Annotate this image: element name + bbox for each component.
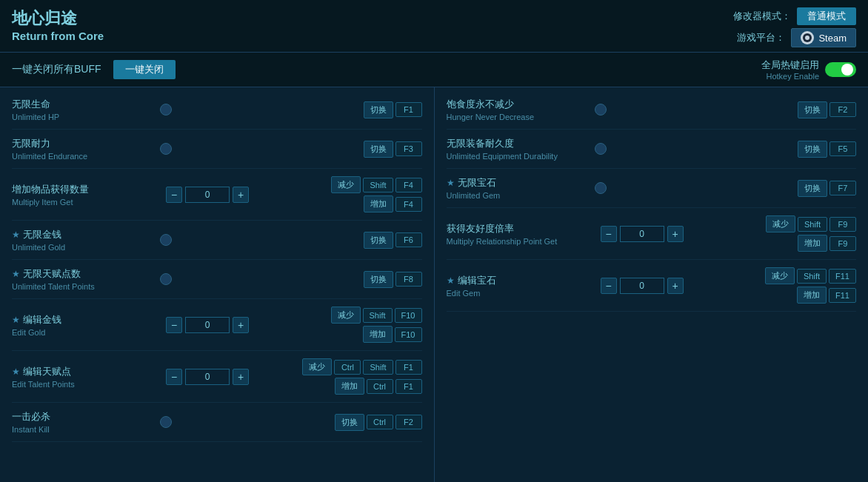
app-container: 地心归途 Return from Core 修改器模式： 普通模式 游戏平台： …	[0, 0, 868, 482]
key-btn[interactable]: F5	[829, 141, 856, 156]
game-title-cn: 地心归途	[12, 7, 104, 30]
stepper-minus[interactable]: −	[601, 278, 617, 294]
cn-title-text: 无限耐力	[12, 137, 50, 150]
action-btn[interactable]: 切换	[335, 414, 364, 431]
action-btn[interactable]: 增加	[363, 326, 393, 343]
key-btn[interactable]: Ctrl	[367, 379, 393, 394]
key-btn[interactable]: Shift	[797, 269, 827, 284]
key-btn[interactable]: F11	[829, 269, 856, 284]
stepper-plus[interactable]: +	[233, 317, 249, 333]
action-btn[interactable]: 减少	[766, 215, 795, 232]
hotkey-toggle[interactable]	[825, 62, 856, 77]
action-btn[interactable]: 切换	[364, 101, 393, 118]
key-btn[interactable]: F8	[395, 272, 422, 287]
stepper-minus[interactable]: −	[166, 187, 182, 203]
action-btn[interactable]: 增加	[797, 287, 827, 304]
action-btn[interactable]: 切换	[798, 101, 827, 118]
section-controls: 切换F6	[364, 232, 422, 249]
section-info: ★无限金钱Unlimited Gold	[12, 228, 160, 252]
action-btn[interactable]: 切换	[798, 180, 827, 197]
key-btn[interactable]: Shift	[363, 178, 393, 193]
section-unlimited-endurance: 无限耐力Unlimited Endurance切换F3	[12, 130, 422, 169]
one-click-close-button[interactable]: 一键关闭	[113, 60, 176, 79]
feature-toggle[interactable]	[595, 143, 607, 155]
feature-toggle[interactable]	[160, 416, 172, 428]
stepper-input[interactable]	[620, 226, 664, 242]
section-controls: 切换F5	[798, 141, 856, 158]
modifier-label: 修改器模式：	[733, 10, 791, 23]
header-right: 修改器模式： 普通模式 游戏平台： Steam	[733, 7, 856, 47]
key-btn[interactable]: F9	[829, 236, 856, 251]
multi-btn-group: 减少CtrlShiftF1增加CtrlF1	[302, 358, 421, 395]
key-btn[interactable]: F2	[829, 102, 856, 117]
key-btn[interactable]: F7	[829, 181, 856, 195]
action-btn[interactable]: 切换	[364, 271, 393, 288]
action-btn[interactable]: 切换	[364, 141, 393, 158]
cn-title-text: 饱食度永不减少	[447, 98, 514, 111]
steam-icon	[801, 31, 814, 44]
feature-toggle[interactable]	[595, 182, 607, 194]
action-btn[interactable]: 切换	[798, 141, 827, 158]
action-btn[interactable]: 增加	[798, 235, 827, 252]
section-controls: 切换F7	[798, 180, 856, 197]
key-btn[interactable]: Ctrl	[334, 360, 361, 375]
key-btn[interactable]: F3	[395, 141, 422, 156]
stepper: −+	[166, 187, 249, 203]
key-btn[interactable]: Shift	[798, 217, 827, 232]
key-btn[interactable]: F1	[395, 379, 422, 394]
action-btn[interactable]: 增加	[364, 195, 393, 212]
section-edit-gold: ★编辑金钱Edit Gold−+减少ShiftF10增加F10	[12, 299, 422, 351]
key-btn[interactable]: Ctrl	[367, 415, 393, 429]
feature-toggle[interactable]	[595, 104, 607, 116]
stepper-input[interactable]	[185, 369, 230, 385]
key-btn[interactable]: Shift	[363, 308, 393, 323]
key-btn[interactable]: F11	[829, 288, 856, 303]
stepper-plus[interactable]: +	[667, 278, 684, 294]
key-btn[interactable]: F1	[395, 360, 422, 375]
stepper-input[interactable]	[185, 187, 230, 203]
top-bar: 一键关闭所有BUFF 一键关闭 全局热键启用 Hotkey Enable	[0, 53, 868, 87]
key-btn[interactable]: Shift	[363, 360, 393, 375]
action-btn[interactable]: 减少	[302, 358, 332, 375]
section-unlimited-equipment-durability: 无限装备耐久度Unlimited Equipment Durability切换F…	[447, 130, 857, 169]
feature-toggle[interactable]	[160, 104, 172, 116]
action-btn[interactable]: 减少	[331, 176, 361, 193]
cn-title-text: 无限装备耐久度	[447, 137, 514, 150]
stepper-minus[interactable]: −	[601, 226, 617, 242]
action-btn[interactable]: 减少	[331, 307, 361, 324]
right-panel: 饱食度永不减少Hunger Never Decrease切换F2无限装备耐久度U…	[435, 87, 869, 482]
key-btn[interactable]: F4	[395, 197, 422, 212]
hotkey-info: 全局热键启用 Hotkey Enable	[761, 58, 819, 81]
section-controls: 减少ShiftF10增加F10	[331, 307, 422, 343]
key-btn[interactable]: F4	[395, 178, 422, 193]
action-btn[interactable]: 减少	[765, 267, 795, 284]
section-info: ★编辑金钱Edit Gold	[12, 313, 160, 337]
feature-toggle[interactable]	[160, 234, 172, 246]
platform-label-text: Steam	[818, 33, 847, 44]
stepper-minus[interactable]: −	[166, 369, 182, 385]
key-btn[interactable]: F6	[395, 232, 422, 247]
stepper-input[interactable]	[185, 317, 230, 333]
feature-toggle[interactable]	[160, 143, 172, 155]
key-btn[interactable]: F1	[395, 102, 422, 117]
action-btn[interactable]: 切换	[364, 232, 393, 249]
stepper-plus[interactable]: +	[667, 226, 684, 242]
section-title-cn: 无限耐力	[12, 137, 160, 150]
star-icon: ★	[447, 275, 455, 286]
stepper-input[interactable]	[620, 278, 664, 294]
platform-button[interactable]: Steam	[791, 28, 856, 47]
section-unlimited-talent: ★无限天赋点数Unlimited Talent Points切换F8	[12, 260, 422, 299]
mode-button[interactable]: 普通模式	[797, 7, 856, 25]
section-title-en: Unlimited Endurance	[12, 152, 160, 161]
key-btn[interactable]: F10	[395, 308, 422, 323]
cn-title-text: 增加物品获得数量	[12, 183, 89, 196]
key-btn[interactable]: F10	[395, 327, 422, 342]
key-row: 切换F2	[798, 101, 856, 118]
action-btn[interactable]: 增加	[335, 378, 364, 395]
stepper-plus[interactable]: +	[233, 369, 249, 385]
stepper-minus[interactable]: −	[166, 317, 182, 333]
stepper-plus[interactable]: +	[233, 187, 249, 203]
key-btn[interactable]: F2	[395, 415, 422, 429]
feature-toggle[interactable]	[160, 273, 172, 285]
key-btn[interactable]: F9	[829, 217, 856, 232]
